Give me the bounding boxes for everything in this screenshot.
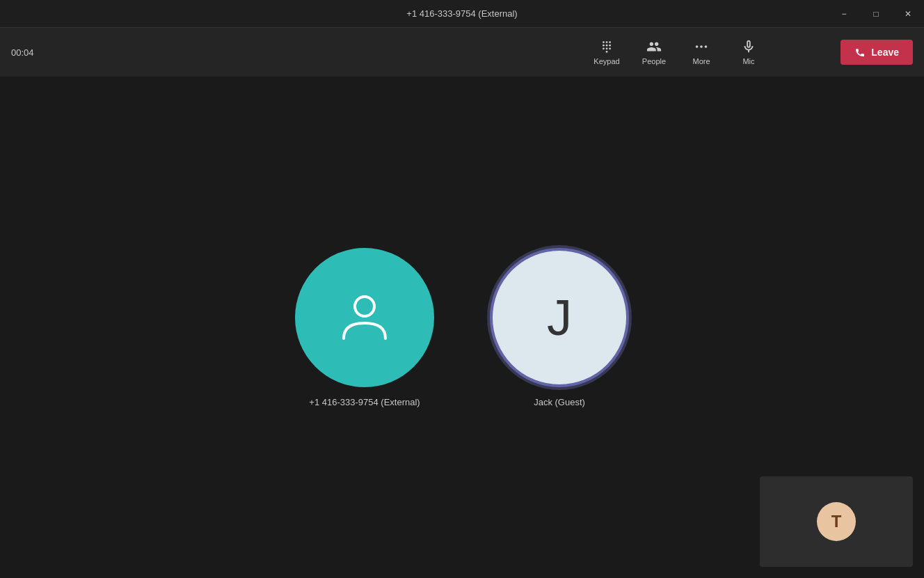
more-label: More (692, 57, 710, 65)
person-silhouette-icon (330, 283, 399, 352)
leave-label: Leave (871, 47, 899, 58)
toolbar: 00:04 Keypad People More (0, 28, 924, 77)
svg-point-0 (603, 41, 605, 43)
participants: +1 416-333-9754 (External) J Jack (Guest… (295, 248, 629, 407)
avatar-guest: J (490, 248, 629, 387)
self-avatar: T (817, 502, 856, 541)
more-icon (694, 39, 709, 54)
keypad-icon (599, 39, 614, 54)
svg-point-7 (606, 47, 608, 49)
call-timer: 00:04 (11, 47, 34, 58)
svg-point-5 (609, 45, 611, 47)
svg-point-4 (606, 45, 608, 47)
svg-point-13 (355, 297, 374, 316)
toolbar-actions: Keypad People More Mic (584, 31, 771, 73)
svg-point-1 (606, 41, 608, 43)
avatar-external (295, 248, 434, 387)
minimize-button[interactable]: − (828, 0, 860, 28)
guest-initial: J (547, 289, 572, 346)
participant-external-name: +1 416-333-9754 (External) (309, 397, 420, 407)
mic-label: Mic (742, 57, 754, 65)
keypad-label: Keypad (594, 57, 619, 65)
people-button[interactable]: People (632, 31, 676, 73)
people-label: People (642, 57, 666, 65)
svg-point-12 (705, 45, 708, 48)
self-thumbnail: T (760, 476, 913, 567)
svg-point-2 (609, 41, 611, 43)
keypad-button[interactable]: Keypad (584, 31, 629, 73)
svg-point-8 (609, 47, 611, 49)
window-controls: − □ ✕ (828, 0, 924, 28)
maximize-button[interactable]: □ (860, 0, 892, 28)
window-title: +1 416-333-9754 (External) (406, 8, 517, 19)
participant-guest: J Jack (Guest) (490, 248, 629, 407)
title-bar: +1 416-333-9754 (External) − □ ✕ (0, 0, 924, 28)
svg-point-6 (603, 47, 605, 49)
people-icon (646, 39, 662, 54)
more-button[interactable]: More (679, 31, 724, 73)
svg-point-10 (696, 45, 699, 48)
svg-point-11 (700, 45, 703, 48)
leave-button[interactable]: Leave (841, 40, 913, 65)
participant-guest-name: Jack (Guest) (534, 397, 585, 407)
participant-external: +1 416-333-9754 (External) (295, 248, 434, 407)
mic-button[interactable]: Mic (726, 31, 771, 73)
mic-icon (741, 39, 756, 54)
close-button[interactable]: ✕ (892, 0, 924, 28)
main-content: +1 416-333-9754 (External) J Jack (Guest… (0, 77, 924, 578)
svg-point-9 (606, 51, 608, 53)
self-initial: T (831, 512, 842, 531)
leave-phone-icon (854, 47, 866, 58)
svg-point-3 (603, 45, 605, 47)
